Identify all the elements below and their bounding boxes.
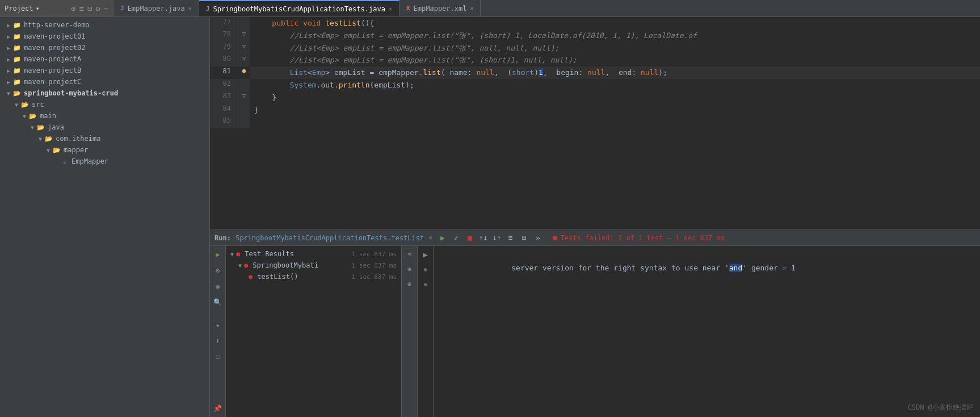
run-label: Run: <box>214 234 231 242</box>
run-sort-asc-button[interactable]: ↑↓ <box>478 232 489 244</box>
code-line-84: 84 } <box>210 104 980 116</box>
left-icon-5[interactable]: ★ <box>212 319 224 331</box>
sidebar-tree: ▶ 📁 http-server-demo ▶ 📁 maven-project01… <box>0 17 209 417</box>
test-tree: ▼ ● Test Results 1 sec 837 ms ▼ ● Spring… <box>226 246 402 417</box>
item-label: maven-project02 <box>24 44 85 52</box>
item-label: java <box>48 123 64 131</box>
run-filter-button[interactable]: ≡ <box>505 232 516 244</box>
item-label: EmpMapper <box>71 157 108 165</box>
output-icon-3[interactable]: ⊕ <box>403 278 416 290</box>
line-content: public void testList(){ <box>250 17 980 30</box>
sidebar-item-main[interactable]: ▼ 📂 main <box>0 110 209 122</box>
sidebar-item-maven-projectB[interactable]: ▶ 📁 maven-projectB <box>0 65 209 76</box>
output-content: server version for the right syntax to u… <box>434 246 980 417</box>
line-gutter <box>238 104 250 116</box>
folder-icon: 📂 <box>52 145 61 155</box>
output-icon-2[interactable]: ⊕ <box>403 263 416 276</box>
arrow-icon: ▼ <box>5 90 12 97</box>
sidebar-item-springboot-mybatis-crud[interactable]: ▼ 📂 springboot-mybatis-crud <box>0 87 209 99</box>
code-editor[interactable]: 77 public void testList(){ 78 ▽ //List<E… <box>210 17 980 230</box>
line-number: 78 <box>210 30 238 42</box>
tab-empmapper-xml[interactable]: X EmpMapper.xml ✕ <box>399 0 481 16</box>
code-line-77: 77 public void testList(){ <box>210 17 980 30</box>
tab-label: EmpMapper.java <box>128 5 185 12</box>
code-line-81: 81 ● List<Emp> empList = empMapper.list(… <box>210 66 980 79</box>
tab-close-active[interactable]: ✕ <box>389 6 392 12</box>
folder-icon: 📂 <box>44 134 53 143</box>
tab-label-xml: EmpMapper.xml <box>414 5 467 12</box>
tab-empmapper-java[interactable]: J EmpMapper.java ✕ <box>113 0 199 16</box>
sidebar-item-maven-projectA[interactable]: ▶ 📁 maven-projectA <box>0 53 209 65</box>
run-stop-button[interactable]: ■ <box>464 232 476 244</box>
item-label: maven-projectA <box>24 55 81 63</box>
test-item-results[interactable]: ▼ ● Test Results 1 sec 837 ms <box>226 248 401 260</box>
test-item-method[interactable]: ● testList() 1 sec 837 ms <box>226 271 401 282</box>
run-filter2-button[interactable]: ⊟ <box>519 232 530 244</box>
line-gutter <box>238 116 250 128</box>
item-label: springboot-mybatis-crud <box>24 89 118 97</box>
failed-dot <box>553 236 557 240</box>
arrow-icon: ▼ <box>12 102 20 108</box>
toolbar-icon-1[interactable]: ⊕ <box>71 4 75 13</box>
left-icon-8[interactable]: 📌 <box>212 402 224 415</box>
sidebar-item-mapper[interactable]: ▼ 📂 mapper <box>0 144 209 156</box>
project-dropdown[interactable]: ▾ <box>36 5 40 12</box>
left-icon-6[interactable]: ⬆ <box>212 335 224 347</box>
left-icon-3[interactable]: ◉ <box>212 280 224 293</box>
line-gutter: ▽ <box>238 30 250 42</box>
run-sort-desc-button[interactable]: ↓↑ <box>491 232 503 244</box>
line-content: System.out.println(empList); <box>250 79 980 91</box>
sidebar-item-maven-project01[interactable]: ▶ 📁 maven-project01 <box>0 31 209 42</box>
editor-area: 77 public void testList(){ 78 ▽ //List<E… <box>210 17 980 417</box>
sidebar-item-http-server-demo[interactable]: ▶ 📁 http-server-demo <box>0 19 209 31</box>
sidebar-item-java[interactable]: ▼ 📂 java <box>0 122 209 133</box>
sidebar-item-src[interactable]: ▼ 📂 src <box>0 99 209 110</box>
output-highlighted-word: and <box>729 264 742 272</box>
failed-text: Tests failed: 1 of 1 test – 1 sec 837 ms <box>561 234 725 242</box>
left-icon-2[interactable]: ⚙ <box>212 264 224 277</box>
output-arrow-icon-3[interactable]: ⊕ <box>419 278 432 290</box>
line-gutter <box>238 17 250 30</box>
left-icon-7[interactable]: ≡ <box>212 351 224 363</box>
arrow-icon: ▶ <box>5 56 12 62</box>
toolbar-icon-gear[interactable]: ⚙ <box>95 4 100 13</box>
run-check-button[interactable]: ✓ <box>451 232 462 244</box>
sidebar-item-maven-projectC[interactable]: ▶ 📁 maven-projectC <box>0 76 209 87</box>
toolbar-icon-2[interactable]: ≡ <box>79 4 83 13</box>
item-label: main <box>40 112 56 120</box>
test-time: 1 sec 837 ms <box>352 262 397 269</box>
left-icon-1[interactable]: ▶ <box>212 248 224 261</box>
tab-label-active: SpringbootMybatisCrudApplicationTests.ja… <box>213 5 385 13</box>
folder-icon: 📁 <box>12 32 22 41</box>
line-number: 85 <box>210 116 238 128</box>
item-label: maven-projectC <box>24 78 81 86</box>
left-icon-4[interactable]: 🔍 <box>212 296 224 308</box>
line-number: 79 <box>210 42 238 55</box>
run-forward-button[interactable]: » <box>532 232 544 244</box>
run-tab[interactable]: SpringbootMybatisCrudApplicationTests.te… <box>235 234 424 242</box>
code-line-85: 85 <box>210 116 980 128</box>
output-icon-1[interactable]: ≡ <box>403 248 416 261</box>
sidebar-item-maven-project02[interactable]: ▶ 📁 maven-project02 <box>0 42 209 53</box>
item-label: mapper <box>64 146 88 154</box>
run-icons: ▶ ✓ ■ ↑↓ ↓↑ ≡ ⊟ » <box>437 232 544 244</box>
run-tab-close[interactable]: ✕ <box>428 234 432 241</box>
run-play-button[interactable]: ▶ <box>437 232 448 244</box>
folder-icon: 📁 <box>12 66 22 75</box>
line-content: } <box>250 91 980 104</box>
sidebar-item-empmapper[interactable]: ☕ EmpMapper <box>0 156 209 167</box>
toolbar-icon-3[interactable]: ⊟ <box>87 4 92 13</box>
sidebar-item-com-itheima[interactable]: ▼ 📂 com.itheima <box>0 133 209 144</box>
test-item-class[interactable]: ▼ ● SpringbootMybati 1 sec 837 ms <box>226 260 401 271</box>
tab-springboot-tests[interactable]: J SpringbootMybatisCrudApplicationTests.… <box>199 0 399 16</box>
arrow-icon: ▶ <box>5 34 12 40</box>
output-arrow-icon-2[interactable]: ⊕ <box>419 263 432 276</box>
tab-close[interactable]: ✕ <box>188 5 192 11</box>
item-label: maven-projectB <box>24 66 81 74</box>
tab-close-xml[interactable]: ✕ <box>470 5 473 11</box>
folder-icon: 📂 <box>12 89 22 98</box>
output-arrow-icon-1[interactable]: ▶ <box>419 248 432 261</box>
line-gutter: ▽ <box>238 54 250 66</box>
tab-java-icon: J <box>120 5 124 12</box>
toolbar-icon-minimize[interactable]: − <box>104 4 108 13</box>
